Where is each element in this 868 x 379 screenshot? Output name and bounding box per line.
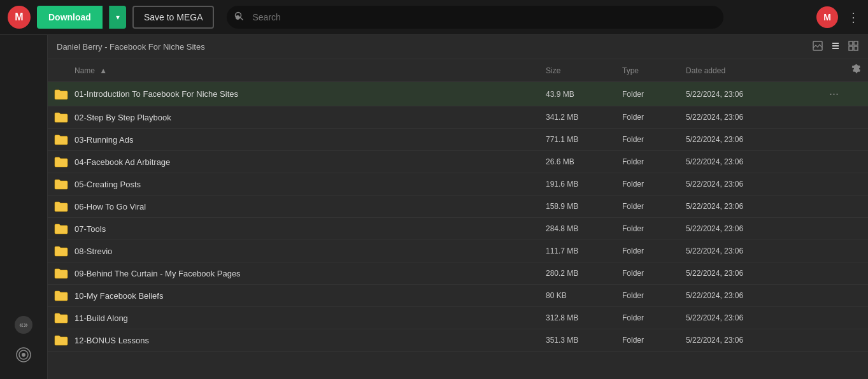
table-row[interactable]: 10-My Facebook Beliefs 80 KB Folder 5/22… [48,285,868,307]
svg-rect-10 [854,41,858,45]
folder-icon [54,111,68,123]
row-date: 5/22/2024, 23:06 [686,291,800,300]
folder-icon [54,245,68,257]
folder-icon [54,89,68,100]
row-size: 341.2 MB [546,113,622,122]
bottom-icon[interactable] [15,347,32,366]
table-row[interactable]: 04-Facebook Ad Arbitrage 26.6 MB Folder … [48,151,868,173]
row-more-button[interactable]: ··· [800,87,839,101]
row-date: 5/22/2024, 23:06 [686,113,800,122]
photo-view-icon[interactable] [812,40,823,54]
topbar: M Download ▾ Save to MEGA ● M ⋮ [0,0,868,35]
folder-icon [54,290,68,301]
row-date: 5/22/2024, 23:06 [686,202,800,211]
table-row[interactable]: 06-How To Go Viral 158.9 MB Folder 5/22/… [48,196,868,218]
table-header: Name ▲ Size Type Date added [48,59,868,82]
row-date: 5/22/2024, 23:06 [686,336,800,345]
row-date: 5/22/2024, 23:06 [686,135,800,144]
row-name: 05-Creating Posts [75,180,546,189]
row-type: Folder [622,135,686,144]
sidebar-left: «» [0,35,48,379]
mega-logo: M [8,6,31,29]
grid-view-icon[interactable] [848,40,859,54]
search-wrap: ● [227,6,723,29]
folder-icon [54,134,68,145]
row-date: 5/22/2024, 23:06 [686,157,800,166]
more-menu-button[interactable]: ⋮ [847,10,860,25]
topbar-right: M ⋮ [816,6,860,28]
list-view-icon[interactable] [830,40,841,54]
row-name: 07-Tools [75,224,546,234]
row-type: Folder [622,202,686,211]
table-row[interactable]: 07-Tools 284.8 MB Folder 5/22/2024, 23:0… [48,218,868,240]
sort-arrow: ▲ [99,66,107,75]
col-header-date[interactable]: Date added [686,66,800,75]
row-name: 10-My Facebook Beliefs [75,291,546,301]
row-date: 5/22/2024, 23:06 [686,90,800,99]
folder-icon [54,201,68,212]
col-header-type[interactable]: Type [622,66,686,75]
row-type: Folder [622,113,686,122]
row-name: 03-Running Ads [75,135,546,145]
row-name: 06-How To Go Viral [75,202,546,211]
table-row[interactable]: 11-Build Along 312.8 MB Folder 5/22/2024… [48,307,868,329]
row-type: Folder [622,90,686,99]
col-header-size[interactable]: Size [546,66,622,75]
row-name: 04-Facebook Ad Arbitrage [75,157,546,167]
row-name: 01-Introduction To Facebook For Niche Si… [75,89,546,99]
row-type: Folder [622,313,686,322]
folder-icon [54,268,68,279]
row-name: 02-Step By Step Playbook [75,113,546,122]
row-name: 08-Strevio [75,247,546,256]
row-date: 5/22/2024, 23:06 [686,269,800,278]
search-input[interactable] [227,6,723,29]
table-row[interactable]: 01-Introduction To Facebook For Niche Si… [48,82,868,106]
main-area: Daniel Berry - Facebook For Niche Sites … [48,35,868,379]
svg-point-4 [22,353,25,357]
row-type: Folder [622,336,686,345]
folder-icon [54,156,68,168]
table-row[interactable]: 08-Strevio 111.7 MB Folder 5/22/2024, 23… [48,240,868,262]
row-size: 43.9 MB [546,90,622,99]
table-row[interactable]: 02-Step By Step Playbook 341.2 MB Folder… [48,106,868,129]
row-size: 284.8 MB [546,224,622,233]
row-date: 5/22/2024, 23:06 [686,313,800,322]
search-icon: ● [234,11,241,23]
row-size: 771.1 MB [546,135,622,144]
row-size: 26.6 MB [546,157,622,166]
breadcrumb: Daniel Berry - Facebook For Niche Sites [57,42,812,52]
row-type: Folder [622,180,686,189]
row-size: 111.7 MB [546,247,622,255]
table-row[interactable]: 03-Running Ads 771.1 MB Folder 5/22/2024… [48,129,868,151]
table-row[interactable]: 09-Behind The Curtain - My Facebook Page… [48,262,868,285]
folder-icon [54,312,68,324]
row-date: 5/22/2024, 23:06 [686,224,800,233]
row-size: 312.8 MB [546,313,622,322]
svg-rect-9 [849,41,853,45]
row-size: 80 KB [546,291,622,300]
row-name: 11-Build Along [75,313,546,323]
user-avatar[interactable]: M [816,6,838,28]
sidebar-toggle[interactable]: «» [15,316,32,334]
svg-rect-11 [849,46,853,50]
row-size: 158.9 MB [546,202,622,211]
table-body: 01-Introduction To Facebook For Niche Si… [48,82,868,352]
table-row[interactable]: 05-Creating Posts 191.6 MB Folder 5/22/2… [48,173,868,196]
svg-rect-12 [854,46,858,50]
table-row[interactable]: 12-BONUS Lessons 351.3 MB Folder 5/22/20… [48,329,868,352]
gear-icon[interactable] [839,64,862,76]
row-date: 5/22/2024, 23:06 [686,180,800,189]
row-type: Folder [622,247,686,255]
row-name: 12-BONUS Lessons [75,336,546,345]
svg-line-1 [241,18,243,20]
save-to-mega-button[interactable]: Save to MEGA [132,6,215,29]
folder-icon [54,178,68,190]
row-name: 09-Behind The Curtain - My Facebook Page… [75,269,546,278]
row-date: 5/22/2024, 23:06 [686,247,800,255]
col-header-name[interactable]: Name ▲ [75,66,546,75]
row-size: 351.3 MB [546,336,622,345]
download-button[interactable]: Download [37,6,103,29]
row-type: Folder [622,269,686,278]
download-arrow-button[interactable]: ▾ [109,6,126,29]
layout: «» Daniel Berry - Facebook For Niche Sit… [0,35,868,379]
